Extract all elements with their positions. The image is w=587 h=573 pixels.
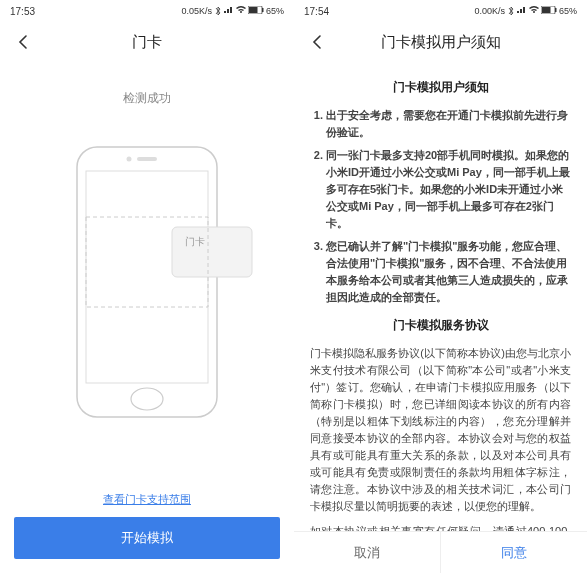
svg-rect-11 bbox=[542, 7, 551, 13]
start-simulation-button[interactable]: 开始模拟 bbox=[14, 517, 280, 559]
agree-button[interactable]: 同意 bbox=[441, 532, 587, 573]
agreement-para: 门卡模拟隐私服务协议(以下简称本协议)由您与北京小米支付技术有限公司（以下简称"… bbox=[310, 345, 571, 515]
screen-door-card: 17:53 0.05K/s 65% bbox=[0, 0, 294, 573]
cancel-button[interactable]: 取消 bbox=[294, 532, 441, 573]
nav-bar: 门卡 bbox=[0, 22, 294, 62]
svg-rect-6 bbox=[137, 157, 157, 161]
battery-pct: 65% bbox=[559, 6, 577, 16]
list-item: 出于安全考虑，需要您在开通门卡模拟前先进行身份验证。 bbox=[326, 107, 571, 141]
bt-icon bbox=[214, 6, 222, 16]
agreement-heading: 门卡模拟服务协议 bbox=[310, 316, 571, 335]
support-range-link[interactable]: 查看门卡支持范围 bbox=[14, 492, 280, 507]
signal-icon bbox=[517, 6, 527, 16]
svg-point-5 bbox=[127, 157, 132, 162]
svg-rect-12 bbox=[555, 8, 557, 12]
wifi-icon bbox=[236, 6, 246, 16]
bottom-actions: 查看门卡支持范围 开始模拟 bbox=[0, 480, 294, 573]
battery-icon bbox=[248, 6, 264, 16]
svg-rect-1 bbox=[249, 7, 258, 13]
detect-status: 检测成功 bbox=[0, 90, 294, 107]
page-title: 门卡模拟用户须知 bbox=[294, 33, 587, 52]
svg-rect-8 bbox=[172, 227, 252, 277]
screen-user-notice: 17:54 0.00K/s 65% bbox=[294, 0, 587, 573]
battery-icon bbox=[541, 6, 557, 16]
nav-bar: 门卡模拟用户须知 bbox=[294, 22, 587, 62]
contact-para: 如对本协议或相关事宜有任何疑问，请通过400-100-3399与本公司联系。 bbox=[310, 523, 571, 531]
list-item: 同一张门卡最多支持20部手机同时模拟。如果您的小米ID开通过小米公交或Mi Pa… bbox=[326, 147, 571, 232]
dialog-buttons: 取消 同意 bbox=[294, 531, 587, 573]
bt-icon bbox=[507, 6, 515, 16]
list-item: 您已确认并了解"门卡模拟"服务功能，您应合理、合法使用"门卡模拟"服务，因不合理… bbox=[326, 238, 571, 306]
notice-list: 出于安全考虑，需要您在开通门卡模拟前先进行身份验证。 同一张门卡最多支持20部手… bbox=[310, 107, 571, 307]
net-speed: 0.00K/s bbox=[474, 6, 505, 16]
status-bar: 17:53 0.05K/s 65% bbox=[0, 0, 294, 22]
signal-icon bbox=[224, 6, 234, 16]
main-content: 检测成功 门卡 查看门卡支持范围 开始模拟 bbox=[0, 62, 294, 573]
status-time: 17:54 bbox=[304, 6, 329, 17]
phone-illustration: 门卡 bbox=[0, 137, 294, 480]
back-icon[interactable] bbox=[308, 33, 326, 51]
status-indicators: 0.00K/s 65% bbox=[474, 6, 577, 16]
wifi-icon bbox=[529, 6, 539, 16]
svg-rect-2 bbox=[262, 8, 264, 12]
card-label-text: 门卡 bbox=[185, 236, 205, 247]
svg-rect-3 bbox=[77, 147, 217, 417]
status-time: 17:53 bbox=[10, 6, 35, 17]
net-speed: 0.05K/s bbox=[181, 6, 212, 16]
status-bar: 17:54 0.00K/s 65% bbox=[294, 0, 587, 22]
notice-content[interactable]: 门卡模拟用户须知 出于安全考虑，需要您在开通门卡模拟前先进行身份验证。 同一张门… bbox=[294, 62, 587, 531]
notice-heading: 门卡模拟用户须知 bbox=[310, 78, 571, 97]
back-icon[interactable] bbox=[14, 33, 32, 51]
status-indicators: 0.05K/s 65% bbox=[181, 6, 284, 16]
battery-pct: 65% bbox=[266, 6, 284, 16]
page-title: 门卡 bbox=[0, 33, 294, 52]
svg-point-7 bbox=[131, 388, 163, 410]
